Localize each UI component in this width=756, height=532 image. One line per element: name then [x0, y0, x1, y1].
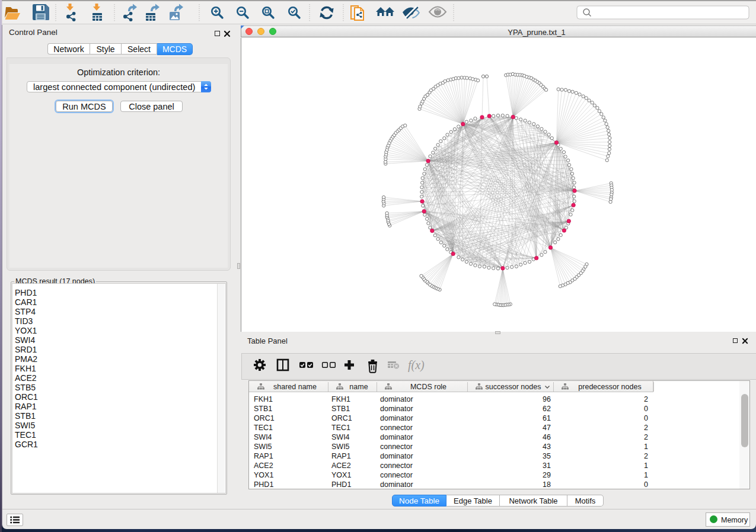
svg-text:f(x): f(x) [408, 358, 425, 372]
